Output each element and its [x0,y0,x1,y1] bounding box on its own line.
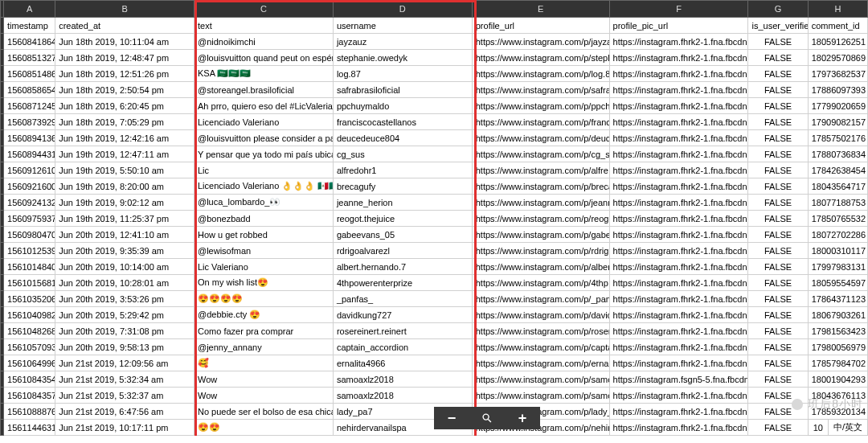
cell-A[interactable]: 1560980470 [4,227,55,243]
cell-A[interactable]: 1561088876 [4,404,55,420]
cell-C[interactable]: Wow [194,371,334,388]
cell-A[interactable]: 1560841864 [4,34,55,50]
cell-D[interactable]: franciscocastellanos [333,114,472,130]
cell-A[interactable]: 1560858654 [4,82,55,98]
cell-C[interactable]: Y pensar que ya todo mi país ubica e [194,146,334,162]
cell-H[interactable]: 17857502176 [808,130,867,146]
cell-A[interactable]: 1561064996 [4,355,55,371]
cell-A[interactable]: 1560924132 [4,195,55,211]
table-row[interactable]: 1560841864Jun 18th 2019, 10:11:04 am@nid… [1,34,868,50]
cell-G[interactable]: FALSE [748,227,808,243]
cell-B[interactable]: Jun 18th 2019, 12:48:47 pm [55,50,194,66]
cell-E[interactable]: https://www.instagram.com/p/alfre [472,162,609,178]
cell-G[interactable]: FALSE [748,66,808,82]
cell-D[interactable]: deucedeuce804 [333,130,472,146]
cell-B[interactable]: Jun 21st 2019, 6:47:56 am [55,404,194,420]
cell-H[interactable]: 17859320134 [808,404,867,420]
cell-E[interactable]: https://www.instagram.com/p/stepl [472,50,609,66]
cell-C[interactable]: No puede ser el bolso de esa chica es [194,404,334,420]
cell-C[interactable]: @louisvuitton please consider a par [194,130,334,146]
cell-G[interactable]: FALSE [748,146,808,162]
cell-F[interactable]: https://instagram.fhrk2-1.fna.fbcdn. [609,34,748,50]
cell-F[interactable]: https://instagram.fhrk2-1.fna.fbcdn. [609,82,748,98]
cell-F[interactable]: https://instagram.fhrk2-1.fna.fbcdn. [609,243,748,259]
cell-A[interactable]: 1560894431 [4,146,55,162]
column-header-row[interactable]: A B C D E F G H [1,1,868,18]
cell-C[interactable]: Lic [194,162,334,178]
cell-F[interactable]: https://instagram.fhrk2-1.fna.fbcdn. [609,50,748,66]
cell-A[interactable]: 1561040982 [4,307,55,323]
cell-G[interactable]: FALSE [748,371,808,388]
cell-D[interactable]: brecagufy [333,178,472,195]
cell-B[interactable]: Jun 19th 2019, 9:02:12 am [55,195,194,211]
cell-F[interactable]: https://instagram.fhrk2-1.fna.fbcdn. [609,420,748,436]
cell-C[interactable]: Wow [194,388,334,404]
cell-G[interactable]: FALSE [748,98,808,114]
col-D[interactable]: D [333,1,472,18]
col-E[interactable]: E [472,1,609,18]
header-cell-A[interactable]: timestamp [4,18,55,34]
cell-G[interactable]: FALSE [748,275,808,291]
cell-C[interactable]: 😍😍 [194,420,334,436]
table-row[interactable]: 1561012539Jun 20th 2019, 9:35:39 am@lewi… [1,243,868,259]
cell-E[interactable]: https://www.instagram.com/p/jeann [472,195,609,211]
cell-E[interactable]: https://www.instagram.com/p/franc [472,114,609,130]
cell-C[interactable]: Licenciado Valeriano 👌👌👌 🇲🇽🇲🇽🇲🇽 M [194,178,334,195]
zoom-out-button[interactable]: − [434,407,469,429]
table-row[interactable]: 1560873929Jun 18th 2019, 7:05:29 pmLicen… [1,114,868,130]
cell-E[interactable]: https://www.instagram.com/p/samo [472,388,609,404]
cell-D[interactable]: ernalita4966 [333,355,472,371]
cell-C[interactable]: @bonezbadd [194,211,334,227]
cell-H[interactable]: 17880736834 [808,146,867,162]
cell-G[interactable]: FALSE [748,50,808,66]
cell-H[interactable]: 18000310117 [808,243,867,259]
zoom-in-button[interactable]: + [505,407,540,429]
cell-G[interactable]: FALSE [748,291,808,307]
cell-H[interactable]: 18072702286 [808,227,867,243]
cell-H[interactable]: 17981563423 [808,323,867,339]
cell-F[interactable]: https://instagram.fhrk2-1.fna.fbcdn. [609,275,748,291]
cell-C[interactable]: On my wish list😍 [194,275,334,291]
cell-E[interactable]: https://www.instagram.com/p/samo [472,371,609,388]
cell-G[interactable]: FALSE [748,404,808,420]
cell-B[interactable]: Jun 21st 2019, 10:17:11 pm [55,420,194,436]
cell-F[interactable]: https://instagram.fhrk2-1.fna.fbcdn. [609,66,748,82]
cell-F[interactable]: https://instagram.fhrk2-1.fna.fbcdn. [609,162,748,178]
table-row[interactable]: 1560894136Jun 19th 2019, 12:42:16 am@lou… [1,130,868,146]
col-G[interactable]: G [748,1,808,18]
cell-D[interactable]: alfredohr1 [333,162,472,178]
cell-F[interactable]: https://instagram.fhrk2-1.fna.fbcdn. [609,355,748,371]
cell-C[interactable]: 🥰 [194,355,334,371]
table-row[interactable]: 1561035206Jun 20th 2019, 3:53:26 pm😍😍😍😍_… [1,291,868,307]
cell-F[interactable]: https://instagram.fhrk2-1.fna.fbcdn. [609,388,748,404]
table-row[interactable]: 1561048268Jun 20th 2019, 7:31:08 pmComo … [1,323,868,339]
cell-E[interactable]: https://www.instagram.com/p/breca [472,178,609,195]
cell-H[interactable]: 17864371123 [808,291,867,307]
cell-B[interactable]: Jun 18th 2019, 7:05:29 pm [55,114,194,130]
cell-F[interactable]: https://instagram.fhrk2-1.fna.fbcdn. [609,259,748,275]
table-row[interactable]: 1560980470Jun 20th 2019, 12:41:10 amHow … [1,227,868,243]
col-B[interactable]: B [55,1,194,18]
cell-F[interactable]: https://instagram.fhrk2-1.fna.fbcdn. [609,211,748,227]
col-F[interactable]: F [609,1,748,18]
cell-C[interactable]: @louisvuitton quand peut on espére [194,50,334,66]
cell-F[interactable]: https://instagram.fhrk2-1.fna.fbcdn. [609,323,748,339]
cell-A[interactable]: 1561057093 [4,339,55,355]
cell-E[interactable]: https://www.instagram.com/p/david [472,307,609,323]
cell-B[interactable]: Jun 21st 2019, 12:09:56 am [55,355,194,371]
cell-B[interactable]: Jun 20th 2019, 10:14:00 am [55,259,194,275]
cell-H[interactable]: 18067903261 [808,307,867,323]
cell-F[interactable]: https://instagram.fsgn5-5.fna.fbcdn. [609,371,748,388]
cell-D[interactable]: rdrigoalvarezl [333,243,472,259]
cell-G[interactable]: FALSE [748,130,808,146]
cell-D[interactable]: albert.hernando.7 [333,259,472,275]
header-cell-D[interactable]: username [333,18,472,34]
cell-F[interactable]: https://instagram.fhrk2-1.fna.fbcdn. [609,130,748,146]
cell-A[interactable]: 1561144631 [4,420,55,436]
table-row[interactable]: 1561064996Jun 21st 2019, 12:09:56 am🥰ern… [1,355,868,371]
cell-E[interactable]: https://www.instagram.com/p/ppch [472,98,609,114]
table-row[interactable]: 1561084357Jun 21st 2019, 5:32:37 amWowsa… [1,388,868,404]
cell-B[interactable]: Jun 18th 2019, 10:11:04 am [55,34,194,50]
header-cell-F[interactable]: profile_pic_url [609,18,748,34]
cell-H[interactable]: 18043564717 [808,178,867,195]
